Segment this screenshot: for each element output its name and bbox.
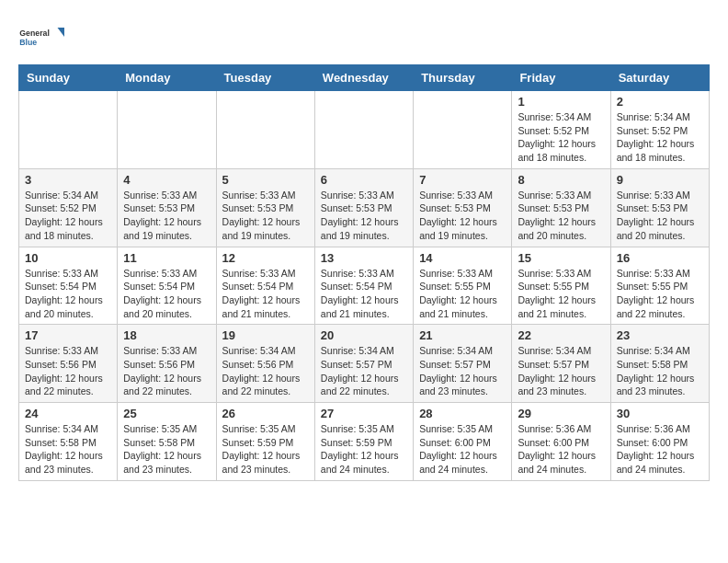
calendar-cell: 19Sunrise: 5:34 AMSunset: 5:56 PMDayligh… bbox=[216, 325, 314, 403]
calendar-cell: 14Sunrise: 5:33 AMSunset: 5:55 PMDayligh… bbox=[414, 247, 512, 325]
calendar-cell: 22Sunrise: 5:34 AMSunset: 5:57 PMDayligh… bbox=[512, 325, 610, 403]
day-info: Sunrise: 5:35 AMSunset: 6:00 PMDaylight:… bbox=[419, 422, 506, 477]
day-info: Sunrise: 5:35 AMSunset: 5:59 PMDaylight:… bbox=[321, 422, 407, 477]
day-info: Sunrise: 5:34 AMSunset: 5:52 PMDaylight:… bbox=[25, 189, 111, 243]
day-info: Sunrise: 5:36 AMSunset: 6:00 PMDaylight:… bbox=[518, 422, 604, 477]
day-number: 15 bbox=[518, 251, 604, 265]
day-info: Sunrise: 5:33 AMSunset: 5:53 PMDaylight:… bbox=[321, 189, 407, 243]
svg-marker-2 bbox=[58, 28, 65, 37]
day-info: Sunrise: 5:33 AMSunset: 5:54 PMDaylight:… bbox=[25, 267, 111, 321]
day-info: Sunrise: 5:33 AMSunset: 5:56 PMDaylight:… bbox=[25, 344, 111, 398]
day-number: 2 bbox=[617, 95, 703, 109]
calendar-cell: 1Sunrise: 5:34 AMSunset: 5:52 PMDaylight… bbox=[512, 91, 610, 169]
day-info: Sunrise: 5:33 AMSunset: 5:55 PMDaylight:… bbox=[617, 267, 703, 321]
calendar-week-row: 17Sunrise: 5:33 AMSunset: 5:56 PMDayligh… bbox=[19, 325, 710, 403]
calendar-cell: 7Sunrise: 5:33 AMSunset: 5:53 PMDaylight… bbox=[414, 168, 512, 247]
day-number: 11 bbox=[123, 251, 210, 265]
calendar-cell: 11Sunrise: 5:33 AMSunset: 5:54 PMDayligh… bbox=[118, 247, 216, 325]
calendar-cell: 3Sunrise: 5:34 AMSunset: 5:52 PMDaylight… bbox=[19, 168, 118, 247]
weekday-header: Monday bbox=[118, 65, 216, 91]
page-header: General Blue bbox=[18, 18, 710, 55]
day-number: 17 bbox=[25, 328, 111, 342]
day-info: Sunrise: 5:33 AMSunset: 5:53 PMDaylight:… bbox=[518, 189, 604, 243]
calendar-cell: 25Sunrise: 5:35 AMSunset: 5:58 PMDayligh… bbox=[118, 403, 216, 481]
day-info: Sunrise: 5:34 AMSunset: 5:57 PMDaylight:… bbox=[321, 344, 407, 398]
day-number: 4 bbox=[123, 173, 210, 187]
day-info: Sunrise: 5:33 AMSunset: 5:54 PMDaylight:… bbox=[123, 267, 210, 321]
calendar-cell: 15Sunrise: 5:33 AMSunset: 5:55 PMDayligh… bbox=[512, 247, 610, 325]
calendar-cell: 21Sunrise: 5:34 AMSunset: 5:57 PMDayligh… bbox=[414, 325, 512, 403]
day-number: 21 bbox=[419, 328, 506, 342]
calendar-cell: 29Sunrise: 5:36 AMSunset: 6:00 PMDayligh… bbox=[512, 403, 610, 481]
calendar-cell: 8Sunrise: 5:33 AMSunset: 5:53 PMDaylight… bbox=[512, 168, 610, 247]
day-number: 3 bbox=[25, 173, 111, 187]
day-info: Sunrise: 5:34 AMSunset: 5:58 PMDaylight:… bbox=[25, 422, 111, 477]
calendar-table: SundayMondayTuesdayWednesdayThursdayFrid… bbox=[18, 64, 710, 481]
day-number: 20 bbox=[321, 328, 407, 342]
calendar-cell bbox=[216, 91, 314, 169]
day-info: Sunrise: 5:33 AMSunset: 5:54 PMDaylight:… bbox=[222, 267, 309, 321]
day-info: Sunrise: 5:34 AMSunset: 5:52 PMDaylight:… bbox=[617, 110, 703, 165]
calendar-week-row: 3Sunrise: 5:34 AMSunset: 5:52 PMDaylight… bbox=[19, 168, 710, 247]
day-number: 29 bbox=[518, 407, 604, 420]
day-info: Sunrise: 5:34 AMSunset: 5:52 PMDaylight:… bbox=[518, 110, 604, 165]
calendar-cell bbox=[414, 91, 512, 169]
day-number: 23 bbox=[617, 328, 703, 342]
calendar-cell: 30Sunrise: 5:36 AMSunset: 6:00 PMDayligh… bbox=[610, 403, 709, 481]
day-number: 13 bbox=[321, 251, 407, 265]
calendar-cell: 27Sunrise: 5:35 AMSunset: 5:59 PMDayligh… bbox=[314, 403, 413, 481]
day-info: Sunrise: 5:36 AMSunset: 6:00 PMDaylight:… bbox=[617, 422, 703, 477]
day-number: 27 bbox=[321, 407, 407, 420]
calendar-cell: 23Sunrise: 5:34 AMSunset: 5:58 PMDayligh… bbox=[610, 325, 709, 403]
calendar-cell: 4Sunrise: 5:33 AMSunset: 5:53 PMDaylight… bbox=[118, 168, 216, 247]
calendar-cell: 9Sunrise: 5:33 AMSunset: 5:53 PMDaylight… bbox=[610, 168, 709, 247]
weekday-header: Wednesday bbox=[314, 65, 413, 91]
day-info: Sunrise: 5:34 AMSunset: 5:58 PMDaylight:… bbox=[617, 344, 703, 398]
calendar-cell: 6Sunrise: 5:33 AMSunset: 5:53 PMDaylight… bbox=[314, 168, 413, 247]
day-number: 7 bbox=[419, 173, 506, 187]
logo: General Blue bbox=[18, 18, 64, 55]
day-number: 6 bbox=[321, 173, 407, 187]
day-number: 26 bbox=[222, 407, 309, 420]
calendar-cell: 2Sunrise: 5:34 AMSunset: 5:52 PMDaylight… bbox=[610, 91, 709, 169]
weekday-header: Sunday bbox=[19, 65, 118, 91]
day-info: Sunrise: 5:33 AMSunset: 5:53 PMDaylight:… bbox=[222, 189, 309, 243]
weekday-header: Friday bbox=[512, 65, 610, 91]
calendar-cell: 12Sunrise: 5:33 AMSunset: 5:54 PMDayligh… bbox=[216, 247, 314, 325]
calendar-cell: 17Sunrise: 5:33 AMSunset: 5:56 PMDayligh… bbox=[19, 325, 118, 403]
day-info: Sunrise: 5:35 AMSunset: 5:58 PMDaylight:… bbox=[123, 422, 210, 477]
day-info: Sunrise: 5:35 AMSunset: 5:59 PMDaylight:… bbox=[222, 422, 309, 477]
day-info: Sunrise: 5:33 AMSunset: 5:56 PMDaylight:… bbox=[123, 344, 210, 398]
calendar-week-row: 1Sunrise: 5:34 AMSunset: 5:52 PMDaylight… bbox=[19, 91, 710, 169]
weekday-header: Saturday bbox=[610, 65, 709, 91]
calendar-cell: 20Sunrise: 5:34 AMSunset: 5:57 PMDayligh… bbox=[314, 325, 413, 403]
day-number: 28 bbox=[419, 407, 506, 420]
day-number: 1 bbox=[518, 95, 604, 109]
day-info: Sunrise: 5:33 AMSunset: 5:55 PMDaylight:… bbox=[518, 267, 604, 321]
calendar-cell: 13Sunrise: 5:33 AMSunset: 5:54 PMDayligh… bbox=[314, 247, 413, 325]
weekday-header: Thursday bbox=[414, 65, 512, 91]
day-info: Sunrise: 5:33 AMSunset: 5:53 PMDaylight:… bbox=[123, 189, 210, 243]
calendar-cell bbox=[19, 91, 118, 169]
calendar-cell bbox=[314, 91, 413, 169]
day-info: Sunrise: 5:34 AMSunset: 5:57 PMDaylight:… bbox=[518, 344, 604, 398]
day-number: 14 bbox=[419, 251, 506, 265]
day-number: 22 bbox=[518, 328, 604, 342]
day-number: 25 bbox=[123, 407, 210, 420]
weekday-header: Tuesday bbox=[216, 65, 314, 91]
day-number: 5 bbox=[222, 173, 309, 187]
day-number: 19 bbox=[222, 328, 309, 342]
calendar-cell: 16Sunrise: 5:33 AMSunset: 5:55 PMDayligh… bbox=[610, 247, 709, 325]
day-info: Sunrise: 5:33 AMSunset: 5:54 PMDaylight:… bbox=[321, 267, 407, 321]
day-number: 10 bbox=[25, 251, 111, 265]
day-number: 9 bbox=[617, 173, 703, 187]
calendar-cell: 24Sunrise: 5:34 AMSunset: 5:58 PMDayligh… bbox=[19, 403, 118, 481]
calendar-week-row: 10Sunrise: 5:33 AMSunset: 5:54 PMDayligh… bbox=[19, 247, 710, 325]
day-number: 8 bbox=[518, 173, 604, 187]
day-info: Sunrise: 5:33 AMSunset: 5:53 PMDaylight:… bbox=[419, 189, 506, 243]
logo-svg: General Blue bbox=[18, 18, 64, 55]
day-number: 12 bbox=[222, 251, 309, 265]
svg-text:General: General bbox=[19, 29, 50, 38]
calendar-cell: 5Sunrise: 5:33 AMSunset: 5:53 PMDaylight… bbox=[216, 168, 314, 247]
day-number: 16 bbox=[617, 251, 703, 265]
